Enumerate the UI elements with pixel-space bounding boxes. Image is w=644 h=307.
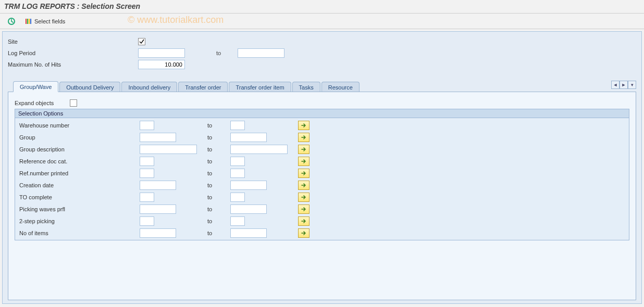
toolbar: Select fields	[0, 14, 644, 29]
field-label: Creation date	[17, 182, 140, 188]
to-label: to	[207, 182, 230, 188]
field-label: TO complete	[17, 194, 140, 200]
max-hits-input[interactable]	[138, 60, 185, 69]
selection-row: Groupto	[17, 131, 627, 143]
multiple-selection-button[interactable]	[298, 204, 309, 214]
field-label: Warehouse number	[17, 122, 140, 129]
from-input[interactable]	[140, 169, 154, 178]
to-label: to	[207, 134, 230, 140]
multiple-selection-button[interactable]	[298, 181, 309, 190]
selection-row: Warehouse numberto	[17, 119, 627, 131]
log-period-label: Log Period	[8, 50, 138, 56]
to-input[interactable]	[230, 169, 245, 178]
tab-label: Transfer order	[185, 84, 221, 91]
site-checkbox[interactable]	[138, 38, 145, 45]
log-period-from-input[interactable]	[138, 48, 185, 58]
to-input[interactable]	[230, 181, 267, 190]
expand-objects-checkbox[interactable]	[70, 99, 77, 107]
svg-rect-1	[26, 19, 27, 24]
max-hits-label: Maximum No. of Hits	[8, 61, 138, 68]
multiple-selection-button[interactable]	[298, 145, 309, 154]
to-label: to	[207, 218, 230, 224]
from-input[interactable]	[140, 204, 176, 214]
selection-options-group: Selection Options Warehouse numbertoGrou…	[15, 109, 629, 240]
selection-row: Creation dateto	[17, 179, 627, 191]
to-input[interactable]	[230, 228, 267, 238]
multiple-selection-button[interactable]	[298, 169, 309, 178]
to-input[interactable]	[230, 133, 267, 142]
log-period-to-input[interactable]	[238, 48, 284, 58]
field-label: 2-step picking	[17, 218, 140, 224]
tab-scroll-list[interactable]: ▾	[628, 81, 636, 89]
tab-body: Expand objects Selection Options Warehou…	[8, 92, 636, 300]
to-input[interactable]	[230, 204, 267, 214]
tab-group-wave[interactable]: Group/Wave	[13, 81, 58, 92]
tab-resource[interactable]: Resource	[321, 82, 360, 92]
selection-row: Group descriptionto	[17, 143, 627, 155]
field-label: No of items	[17, 230, 140, 236]
tab-transfer-order[interactable]: Transfer order	[178, 82, 228, 92]
tab-label: Resource	[328, 84, 353, 91]
selection-row: Picking waves prflto	[17, 203, 627, 215]
selection-row: TO completeto	[17, 191, 627, 203]
field-label: Group description	[17, 146, 140, 152]
tab-outbound-delivery[interactable]: Outbound Delivery	[59, 82, 120, 92]
tab-scroll-controls: ◄ ► ▾	[611, 81, 636, 89]
to-label: to	[207, 122, 230, 129]
from-input[interactable]	[140, 133, 176, 142]
multiple-selection-button[interactable]	[298, 193, 309, 202]
selection-row: Reference doc cat.to	[17, 155, 627, 167]
to-label-1: to	[216, 50, 234, 56]
site-label: Site	[8, 39, 138, 45]
tab-strip: Group/Wave Outbound Delivery Inbound del…	[8, 81, 636, 92]
execute-button[interactable]	[4, 16, 19, 27]
to-input[interactable]	[230, 121, 245, 130]
tab-scroll-right[interactable]: ►	[620, 81, 628, 89]
from-input[interactable]	[140, 228, 176, 238]
to-label: to	[207, 146, 230, 152]
field-label: Reference doc cat.	[17, 158, 140, 164]
group-title: Selection Options	[15, 109, 629, 118]
from-input[interactable]	[140, 157, 154, 166]
tab-tasks[interactable]: Tasks	[292, 82, 320, 92]
tab-label: Group/Wave	[20, 84, 52, 90]
tab-label: Inbound delivery	[128, 84, 170, 91]
selection-row: No of itemsto	[17, 227, 627, 239]
multiple-selection-button[interactable]	[298, 133, 309, 142]
select-fields-button[interactable]: Select fields	[22, 17, 68, 26]
field-label: Group	[17, 134, 140, 140]
from-input[interactable]	[140, 145, 197, 154]
svg-rect-2	[27, 19, 28, 24]
multiple-selection-button[interactable]	[298, 216, 309, 226]
svg-rect-3	[29, 19, 30, 24]
multiple-selection-button[interactable]	[298, 121, 309, 130]
tab-label: Tasks	[299, 84, 314, 91]
main-area: Site Log Period to Maximum No. of Hits G…	[2, 31, 642, 304]
selection-row: 2-step pickingto	[17, 215, 627, 227]
from-input[interactable]	[140, 121, 154, 130]
to-input[interactable]	[230, 157, 245, 166]
tab-transfer-order-item[interactable]: Transfer order item	[229, 82, 291, 92]
to-label: to	[207, 206, 230, 212]
to-input[interactable]	[230, 145, 288, 154]
field-label: Picking waves prfl	[17, 206, 140, 212]
to-label: to	[207, 230, 230, 236]
to-label: to	[207, 170, 230, 176]
expand-objects-label: Expand objects	[15, 100, 65, 106]
to-label: to	[207, 194, 230, 200]
tab-inbound-delivery[interactable]: Inbound delivery	[121, 82, 177, 92]
from-input[interactable]	[140, 193, 154, 202]
multiple-selection-button[interactable]	[298, 157, 309, 166]
from-input[interactable]	[140, 181, 176, 190]
field-label: Ref.number printed	[17, 170, 140, 176]
selection-row: Ref.number printedto	[17, 167, 627, 179]
tab-scroll-left[interactable]: ◄	[611, 81, 620, 89]
title-bar: TRM LOG REPORTS : Selection Screen	[0, 0, 644, 14]
tab-label: Outbound Delivery	[66, 84, 114, 91]
to-input[interactable]	[230, 193, 245, 202]
multiple-selection-button[interactable]	[298, 228, 309, 238]
page-title: TRM LOG REPORTS : Selection Screen	[4, 2, 140, 10]
from-input[interactable]	[140, 216, 154, 226]
to-input[interactable]	[230, 216, 245, 226]
select-fields-icon	[25, 18, 32, 25]
